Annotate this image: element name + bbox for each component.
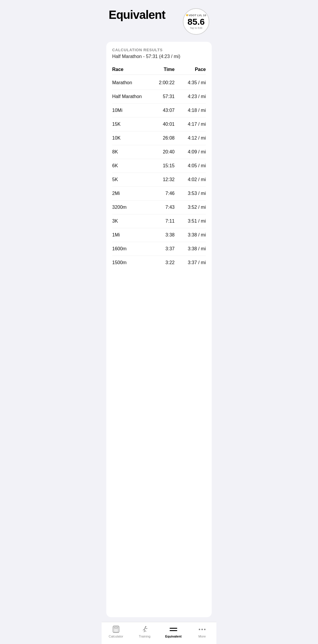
row-time-10: 7:11 bbox=[143, 218, 175, 224]
svg-point-8 bbox=[145, 626, 146, 627]
row-race-6: 6K bbox=[112, 163, 143, 168]
row-pace-8: 3:53 / mi bbox=[175, 191, 206, 196]
table-row: Half Marathon 57:31 4:23 / mi bbox=[112, 90, 206, 104]
nav-label-calculator: Calculator bbox=[109, 635, 123, 638]
row-race-4: 10K bbox=[112, 135, 143, 141]
row-race-2: 10Mi bbox=[112, 108, 143, 113]
row-race-7: 5K bbox=[112, 177, 143, 182]
nav-item-equivalent[interactable]: Equivalent bbox=[159, 625, 188, 638]
vdot-level-label: VDOT LVL 10 bbox=[186, 14, 206, 17]
row-race-10: 3K bbox=[112, 218, 143, 224]
row-time-11: 3:38 bbox=[143, 232, 175, 238]
row-time-13: 3:22 bbox=[143, 260, 175, 265]
row-time-2: 43:07 bbox=[143, 108, 175, 113]
row-time-12: 3:37 bbox=[143, 246, 175, 251]
vdot-dot-icon bbox=[186, 14, 188, 16]
table-row: 6K 15:15 4:05 / mi bbox=[112, 159, 206, 173]
vdot-value: 85.6 bbox=[188, 17, 205, 27]
row-pace-4: 4:12 / mi bbox=[175, 135, 206, 141]
table-row: 10Mi 43:07 4:18 / mi bbox=[112, 104, 206, 117]
nav-item-more[interactable]: More bbox=[188, 625, 217, 638]
row-time-1: 57:31 bbox=[143, 94, 175, 99]
calc-subtitle: Half Marathon - 57:31 (4:23 / mi) bbox=[112, 54, 206, 59]
row-race-8: 2Mi bbox=[112, 191, 143, 196]
row-pace-1: 4:23 / mi bbox=[175, 94, 206, 99]
col-header-pace: Pace bbox=[175, 67, 206, 72]
row-pace-9: 3:52 / mi bbox=[175, 205, 206, 210]
section-label: CALCULATION RESULTS bbox=[112, 48, 206, 52]
svg-point-7 bbox=[117, 631, 118, 632]
table-row: Marathon 2:00:22 4:35 / mi bbox=[112, 76, 206, 90]
row-pace-13: 3:37 / mi bbox=[175, 260, 206, 265]
calculator-icon bbox=[112, 625, 120, 633]
row-pace-6: 4:05 / mi bbox=[175, 163, 206, 168]
row-time-6: 15:15 bbox=[143, 163, 175, 168]
row-pace-5: 4:09 / mi bbox=[175, 149, 206, 155]
row-race-5: 8K bbox=[112, 149, 143, 155]
svg-point-6 bbox=[116, 631, 116, 632]
row-race-3: 15K bbox=[112, 122, 143, 127]
svg-point-3 bbox=[116, 630, 116, 630]
nav-label-training: Training bbox=[139, 635, 150, 638]
row-race-1: Half Marathon bbox=[112, 94, 143, 99]
table-row: 1500m 3:22 3:37 / mi bbox=[112, 256, 206, 269]
table-row: 1600m 3:37 3:38 / mi bbox=[112, 242, 206, 256]
table-row: 3K 7:11 3:51 / mi bbox=[112, 214, 206, 228]
table-row: 10K 26:08 4:12 / mi bbox=[112, 131, 206, 145]
nav-item-training[interactable]: Training bbox=[130, 625, 159, 638]
nav-item-calculator[interactable]: Calculator bbox=[102, 625, 130, 638]
page-title: Equivalent bbox=[109, 8, 165, 21]
table-body: Marathon 2:00:22 4:35 / mi Half Marathon… bbox=[112, 76, 206, 269]
svg-point-2 bbox=[114, 630, 115, 630]
col-header-time: Time bbox=[143, 67, 175, 72]
more-icon bbox=[198, 625, 206, 633]
row-time-4: 26:08 bbox=[143, 135, 175, 141]
header: Equivalent VDOT LVL 10 85.6 Tap to Edit bbox=[102, 0, 216, 39]
svg-rect-1 bbox=[114, 627, 118, 628]
row-race-9: 3200m bbox=[112, 205, 143, 210]
table-header: Race Time Pace bbox=[112, 64, 206, 75]
row-time-0: 2:00:22 bbox=[143, 80, 175, 85]
col-header-race: Race bbox=[112, 67, 143, 72]
row-pace-0: 4:35 / mi bbox=[175, 80, 206, 85]
row-time-7: 12:32 bbox=[143, 177, 175, 182]
table-row: 1Mi 3:38 3:38 / mi bbox=[112, 228, 206, 242]
row-time-8: 7:46 bbox=[143, 191, 175, 196]
svg-point-5 bbox=[114, 631, 115, 632]
row-race-12: 1600m bbox=[112, 246, 143, 251]
table-row: 15K 40:01 4:17 / mi bbox=[112, 117, 206, 131]
row-race-13: 1500m bbox=[112, 260, 143, 265]
vdot-badge[interactable]: VDOT LVL 10 85.6 Tap to Edit bbox=[183, 8, 209, 35]
results-card: CALCULATION RESULTS Half Marathon - 57:3… bbox=[106, 42, 212, 617]
row-pace-2: 4:18 / mi bbox=[175, 108, 206, 113]
svg-point-4 bbox=[117, 630, 118, 630]
table-row: 2Mi 7:46 3:53 / mi bbox=[112, 187, 206, 201]
nav-label-more: More bbox=[198, 635, 206, 638]
nav-label-equivalent: Equivalent bbox=[165, 635, 182, 638]
row-pace-11: 3:38 / mi bbox=[175, 232, 206, 238]
table-row: 3200m 7:43 3:52 / mi bbox=[112, 201, 206, 214]
vdot-tap-label: Tap to Edit bbox=[190, 27, 203, 29]
bottom-nav: Calculator Training Equivalent bbox=[102, 622, 216, 644]
row-time-3: 40:01 bbox=[143, 122, 175, 127]
row-pace-10: 3:51 / mi bbox=[175, 218, 206, 224]
row-pace-7: 4:02 / mi bbox=[175, 177, 206, 182]
row-pace-12: 3:38 / mi bbox=[175, 246, 206, 251]
training-icon bbox=[140, 625, 149, 633]
table-row: 8K 20:40 4:09 / mi bbox=[112, 145, 206, 159]
equivalent-icon bbox=[169, 625, 178, 633]
row-time-9: 7:43 bbox=[143, 205, 175, 210]
table-row: 5K 12:32 4:02 / mi bbox=[112, 173, 206, 187]
row-time-5: 20:40 bbox=[143, 149, 175, 155]
row-race-11: 1Mi bbox=[112, 232, 143, 238]
row-pace-3: 4:17 / mi bbox=[175, 122, 206, 127]
row-race-0: Marathon bbox=[112, 80, 143, 85]
